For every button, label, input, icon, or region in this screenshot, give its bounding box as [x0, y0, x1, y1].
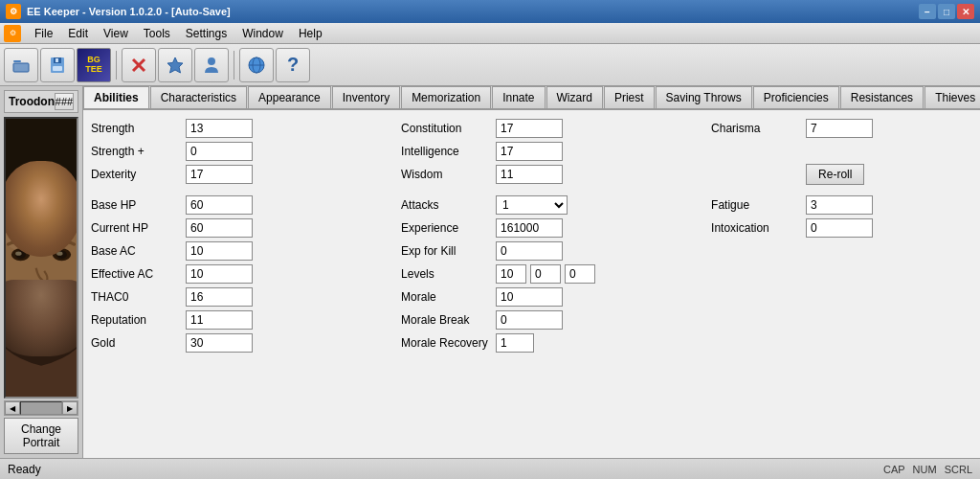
abilities-col-3: Charisma Re-roll Fatigue Intoxication: [711, 118, 980, 354]
menu-edit[interactable]: Edit: [60, 25, 96, 42]
tab-saving-throws[interactable]: Saving Throws: [656, 86, 752, 108]
svg-rect-6: [56, 58, 58, 62]
intelligence-row: Intelligence: [401, 141, 711, 162]
tabs-container: Abilities Characteristics Appearance Inv…: [83, 86, 980, 110]
right-panel: Abilities Characteristics Appearance Inv…: [83, 86, 980, 458]
tab-memorization[interactable]: Memorization: [401, 86, 491, 108]
divider-3: [711, 187, 980, 193]
abilities-col-1: Strength Strength + Dexterity Base HP: [91, 118, 401, 354]
tab-wizard[interactable]: Wizard: [546, 86, 603, 108]
close-button[interactable]: ✕: [957, 4, 974, 19]
strength-plus-input[interactable]: [186, 142, 253, 161]
svg-point-24: [56, 252, 62, 256]
scroll-track[interactable]: [20, 401, 62, 415]
effective-ac-input[interactable]: [186, 264, 253, 284]
menu-help[interactable]: Help: [291, 25, 330, 42]
dexterity-row: Dexterity: [91, 164, 401, 185]
tab-proficiencies[interactable]: Proficiencies: [753, 86, 839, 108]
base-ac-row: Base AC: [91, 240, 401, 262]
attacks-row: Attacks 1 2 3: [401, 194, 711, 216]
tab-inventory[interactable]: Inventory: [332, 86, 400, 108]
main-content: Troodon ###: [0, 86, 980, 458]
strength-input[interactable]: [186, 119, 253, 138]
menu-settings[interactable]: Settings: [178, 25, 234, 42]
levels-inputs: [496, 264, 595, 284]
maximize-button[interactable]: □: [938, 4, 955, 19]
morale-recovery-row: Morale Recovery: [401, 332, 711, 354]
fatigue-input[interactable]: [806, 195, 873, 215]
tab-characteristics[interactable]: Characteristics: [150, 86, 247, 108]
levels-row: Levels: [401, 263, 711, 285]
wisdom-label: Wisdom: [401, 168, 492, 181]
tab-thieves[interactable]: Thieves: [924, 86, 980, 108]
level-1-input[interactable]: [496, 264, 526, 284]
current-hp-input[interactable]: [186, 218, 253, 238]
scroll-right-button[interactable]: ▶: [62, 401, 78, 415]
toolbar-open-button[interactable]: [4, 48, 38, 82]
portrait-scrollbar[interactable]: ◀ ▶: [4, 400, 78, 416]
svg-rect-5: [53, 66, 62, 71]
intoxication-label: Intoxication: [711, 221, 802, 235]
level-2-input[interactable]: [530, 264, 561, 284]
gold-row: Gold: [91, 332, 401, 354]
toolbar: BGTEE ?: [0, 44, 980, 86]
svg-marker-9: [167, 57, 183, 73]
toolbar-star-button[interactable]: [158, 48, 192, 82]
title-bar: ⚙ EE Keeper - Version 1.0.2.0 - [Auto-Sa…: [0, 0, 980, 23]
toolbar-person-button[interactable]: [194, 48, 229, 82]
level-3-input[interactable]: [565, 264, 595, 284]
toolbar-help-button[interactable]: ?: [276, 48, 310, 82]
tab-abilities[interactable]: Abilities: [83, 86, 149, 110]
constitution-input[interactable]: [496, 119, 563, 138]
menu-view[interactable]: View: [96, 25, 136, 42]
svg-rect-1: [13, 63, 29, 72]
toolbar-save-button[interactable]: [40, 48, 75, 82]
base-ac-label: Base AC: [91, 244, 182, 258]
character-name-bar: Troodon ###: [4, 90, 78, 113]
base-ac-input[interactable]: [186, 241, 253, 261]
svg-rect-0: [13, 60, 21, 62]
tab-appearance[interactable]: Appearance: [248, 86, 331, 108]
charisma-row: Charisma: [711, 118, 980, 139]
strength-plus-label: Strength +: [91, 145, 182, 158]
minimize-button[interactable]: −: [919, 4, 936, 19]
change-portrait-button[interactable]: Change Portrait: [4, 418, 78, 454]
morale-break-input[interactable]: [496, 310, 563, 330]
exp-kill-row: Exp for Kill: [401, 240, 711, 262]
tab-innate[interactable]: Innate: [492, 86, 545, 108]
exp-kill-input[interactable]: [496, 241, 563, 261]
morale-recovery-label: Morale Recovery: [401, 336, 492, 350]
charisma-input[interactable]: [806, 119, 873, 138]
attacks-select[interactable]: 1 2 3: [496, 195, 568, 215]
morale-row: Morale: [401, 286, 711, 308]
strength-row: Strength: [91, 118, 401, 139]
menu-tools[interactable]: Tools: [136, 25, 178, 42]
base-hp-input[interactable]: [186, 195, 253, 215]
strength-plus-row: Strength +: [91, 141, 401, 162]
wisdom-input[interactable]: [496, 165, 563, 184]
experience-input[interactable]: [496, 218, 563, 238]
tab-priest[interactable]: Priest: [604, 86, 655, 108]
toolbar-delete-button[interactable]: [122, 48, 156, 82]
tab-resistances[interactable]: Resistances: [840, 86, 924, 108]
scroll-left-button[interactable]: ◀: [5, 401, 20, 415]
svg-point-10: [208, 57, 215, 65]
status-bar: Ready CAP NUM SCRL: [0, 458, 980, 479]
reputation-input[interactable]: [186, 310, 253, 330]
reputation-label: Reputation: [91, 313, 182, 327]
thac0-input[interactable]: [186, 287, 253, 307]
reroll-button[interactable]: Re-roll: [806, 164, 864, 185]
morale-recovery-input[interactable]: [496, 333, 534, 353]
intoxication-input[interactable]: [806, 218, 873, 238]
left-panel: Troodon ###: [0, 86, 83, 458]
dexterity-input[interactable]: [186, 165, 253, 184]
intelligence-input[interactable]: [496, 142, 563, 161]
hash-button[interactable]: ###: [55, 93, 74, 110]
toolbar-globe-button[interactable]: [239, 48, 274, 82]
menu-file[interactable]: File: [27, 25, 60, 42]
experience-row: Experience: [401, 217, 711, 239]
charisma-label: Charisma: [711, 122, 802, 135]
menu-window[interactable]: Window: [234, 25, 291, 42]
morale-input[interactable]: [496, 287, 563, 307]
gold-input[interactable]: [186, 333, 253, 353]
